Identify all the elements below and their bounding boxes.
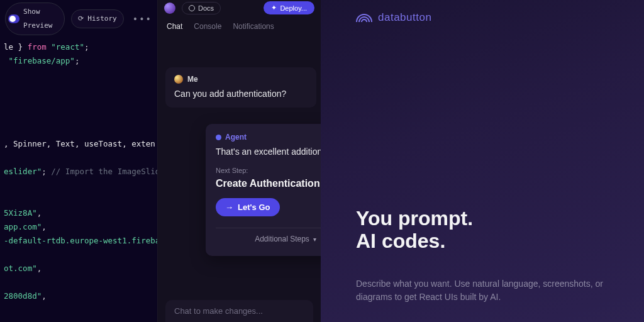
- tab-notifications[interactable]: Notifications: [233, 22, 274, 31]
- history-button[interactable]: ⟳ History: [71, 9, 123, 28]
- deploy-label: Deploy...: [280, 4, 307, 12]
- chat-composer[interactable]: Chat to make changes...: [165, 300, 313, 322]
- headline-line-1: You prompt.: [356, 208, 473, 230]
- docs-label: Docs: [198, 4, 214, 12]
- history-label: History: [87, 12, 116, 26]
- brand-logo[interactable]: databutton: [356, 11, 626, 24]
- show-preview-label: Show Preview: [23, 5, 58, 33]
- chat-tabs: Chat Console Notifications: [158, 18, 321, 37]
- tab-chat[interactable]: Chat: [167, 22, 182, 31]
- subcopy: Describe what you want. Use natural lang…: [356, 277, 619, 303]
- history-icon: ⟳: [78, 12, 84, 26]
- lets-go-label: Let's Go: [238, 203, 270, 212]
- toggle-icon: [8, 14, 19, 23]
- show-preview-toggle[interactable]: Show Preview: [5, 3, 65, 35]
- chat-topbar: Docs ✦ Deploy...: [158, 0, 321, 18]
- rainbow-icon: [356, 13, 372, 22]
- user-name-label: Me: [187, 75, 198, 84]
- user-avatar-icon[interactable]: [164, 3, 175, 14]
- agent-dot-icon: [216, 135, 221, 140]
- composer-placeholder: Chat to make changes...: [174, 306, 263, 316]
- promo-panel: databutton You prompt. AI codes. Describ…: [321, 0, 644, 322]
- rocket-icon: ✦: [271, 4, 277, 12]
- brand-name: databutton: [378, 11, 431, 24]
- deploy-button[interactable]: ✦ Deploy...: [264, 1, 314, 14]
- user-message-text: Can you add authentication?: [174, 89, 308, 99]
- headline: You prompt. AI codes.: [356, 208, 473, 253]
- chat-panel: Docs ✦ Deploy... Chat Console Notificati…: [157, 0, 321, 322]
- info-icon: [189, 5, 195, 11]
- arrow-right-icon: →: [225, 203, 233, 212]
- chat-stream[interactable]: Me Can you add authentication? Agent Tha…: [158, 37, 321, 300]
- code-toolbar: Show Preview ⟳ History •••: [0, 0, 157, 40]
- code-editor-panel: Show Preview ⟳ History ••• le } from "re…: [0, 0, 157, 322]
- docs-button[interactable]: Docs: [182, 2, 221, 14]
- code-body[interactable]: le } from "react"; "firebase/app"; , Spi…: [0, 40, 157, 322]
- tab-console[interactable]: Console: [194, 22, 221, 31]
- more-menu-button[interactable]: •••: [130, 12, 152, 26]
- chevron-down-icon: ▾: [313, 236, 316, 243]
- additional-steps-label: Additional Steps: [255, 235, 309, 243]
- lets-go-button[interactable]: → Let's Go: [216, 198, 280, 216]
- agent-name-label: Agent: [225, 133, 247, 142]
- user-mini-avatar-icon: [174, 75, 183, 84]
- headline-line-2: AI codes.: [356, 230, 473, 253]
- user-message: Me Can you add authentication?: [165, 67, 316, 108]
